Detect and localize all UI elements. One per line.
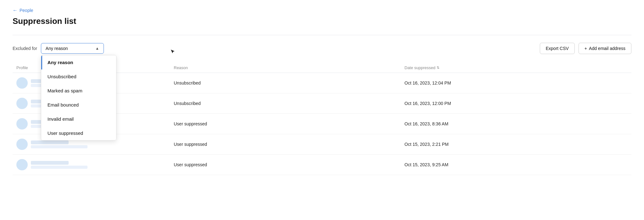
date-cell: Oct 16, 2023, 8:36 AM bbox=[401, 121, 631, 126]
date-cell: Oct 16, 2023, 12:04 PM bbox=[401, 80, 631, 85]
chevron-up-icon: ▲ bbox=[95, 46, 99, 51]
page-container: ← People Suppression list Excluded for A… bbox=[0, 0, 644, 220]
reason-cell: Unsubscribed bbox=[170, 101, 401, 106]
profile-text bbox=[31, 161, 88, 169]
back-arrow-icon: ← bbox=[13, 8, 18, 13]
dropdown-option-email-bounced[interactable]: Email bounced bbox=[41, 98, 116, 112]
avatar bbox=[16, 159, 28, 170]
date-cell: Oct 15, 2023, 9:25 AM bbox=[401, 162, 631, 167]
sort-icon: ⇅ bbox=[437, 66, 439, 70]
profile-name-bar bbox=[31, 140, 69, 144]
reason-dropdown-trigger[interactable]: Any reason ▲ bbox=[41, 43, 104, 54]
reason-cell: User suppressed bbox=[170, 142, 401, 147]
excluded-for-row: Excluded for Any reason ▲ Any reason Uns… bbox=[13, 43, 104, 54]
column-header-reason: Reason bbox=[170, 65, 401, 70]
dropdown-option-any-reason[interactable]: Any reason bbox=[41, 55, 116, 69]
table-row: User suppressed Oct 15, 2023, 9:25 AM bbox=[13, 155, 631, 175]
profile-cell bbox=[13, 159, 170, 170]
dropdown-option-unsubscribed[interactable]: Unsubscribed bbox=[41, 69, 116, 84]
column-header-date-suppressed[interactable]: Date suppressed ⇅ bbox=[401, 65, 631, 70]
profile-text bbox=[31, 140, 88, 148]
divider bbox=[13, 35, 631, 35]
dropdown-selected-value: Any reason bbox=[46, 46, 68, 51]
page-title: Suppression list bbox=[13, 16, 631, 26]
dropdown-option-invalid-email[interactable]: Invalid email bbox=[41, 112, 116, 126]
add-email-icon: + bbox=[585, 46, 587, 51]
avatar bbox=[16, 118, 28, 129]
profile-email-bar bbox=[31, 145, 88, 148]
export-csv-button[interactable]: Export CSV bbox=[540, 43, 575, 54]
avatar bbox=[16, 139, 28, 150]
add-email-button[interactable]: + Add email address bbox=[579, 43, 631, 54]
toolbar-right: Export CSV + Add email address bbox=[540, 43, 631, 54]
reason-cell: Unsubscribed bbox=[170, 80, 401, 85]
date-cell: Oct 16, 2023, 12:00 PM bbox=[401, 101, 631, 106]
toolbar: Excluded for Any reason ▲ Any reason Uns… bbox=[13, 43, 631, 54]
dropdown-option-user-suppressed[interactable]: User suppressed bbox=[41, 126, 116, 140]
reason-dropdown-wrapper: Any reason ▲ Any reason Unsubscribed Mar… bbox=[41, 43, 104, 54]
back-link[interactable]: ← People bbox=[13, 8, 631, 13]
reason-cell: User suppressed bbox=[170, 121, 401, 126]
excluded-for-label: Excluded for bbox=[13, 46, 37, 51]
date-cell: Oct 15, 2023, 2:21 PM bbox=[401, 142, 631, 147]
back-link-label: People bbox=[20, 8, 33, 13]
profile-email-bar bbox=[31, 166, 88, 169]
avatar bbox=[16, 98, 28, 109]
add-email-label: Add email address bbox=[589, 46, 625, 51]
reason-dropdown-menu: Any reason Unsubscribed Marked as spam E… bbox=[41, 55, 116, 140]
profile-name-bar bbox=[31, 161, 69, 165]
dropdown-option-marked-as-spam[interactable]: Marked as spam bbox=[41, 84, 116, 98]
avatar bbox=[16, 77, 28, 89]
reason-cell: User suppressed bbox=[170, 162, 401, 167]
